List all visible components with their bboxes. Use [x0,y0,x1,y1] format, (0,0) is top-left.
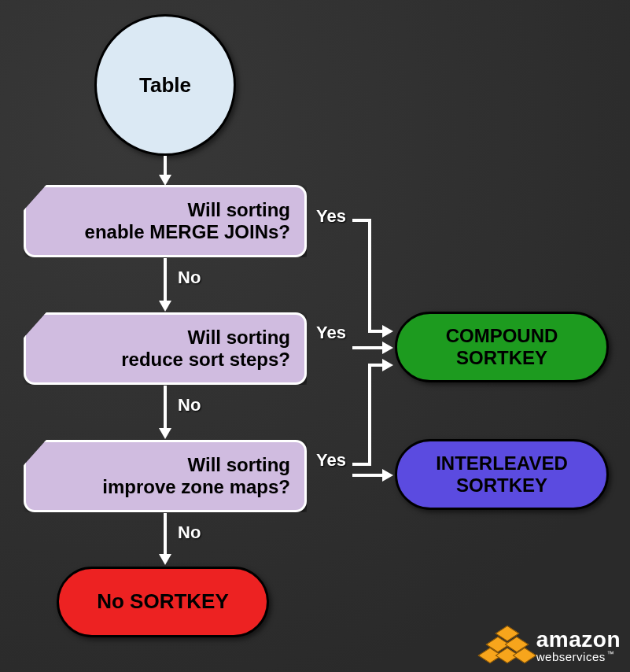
arrowhead-right-icon [382,469,393,482]
arrowhead-down-icon [159,301,171,312]
arrow [352,346,384,349]
arrow [368,330,384,333]
aws-logo-text: amazon webservices™ [536,629,621,663]
decision-text: Will sorting reduce sort steps? [121,327,290,370]
arrowhead-right-icon [382,342,393,354]
edge-label-yes: Yes [316,323,346,343]
arrow [164,386,167,430]
arrow [164,258,167,302]
arrow [368,364,371,466]
arrowhead-down-icon [159,554,171,565]
arrowhead-down-icon [159,175,171,186]
arrowhead-right-icon [382,325,393,338]
outcome-compound-sortkey: COMPOUND SORTKEY [395,312,609,382]
arrow [164,513,167,556]
decision-reduce-sort-steps: Will sorting reduce sort steps? [24,312,307,385]
aws-cubes-icon [484,625,530,666]
edge-label-yes: Yes [316,206,346,227]
arrow [352,474,384,477]
aws-logo: amazon webservices™ [484,625,621,666]
outcome-no-sortkey: No SORTKEY [57,567,269,637]
decision-text: Will sorting improve zone maps? [102,454,290,497]
flowchart-canvas: Table Will sorting enable MERGE JOINs? Y… [0,0,630,672]
arrow [368,364,384,367]
outcome-text: COMPOUND SORTKEY [446,325,558,368]
decision-merge-joins: Will sorting enable MERGE JOINs? [24,185,307,257]
arrowhead-right-icon [382,359,393,371]
start-label: Table [139,73,191,98]
decision-text: Will sorting enable MERGE JOINs? [85,199,290,242]
edge-label-no: No [178,395,201,415]
arrowhead-down-icon [159,428,171,439]
edge-label-no: No [178,268,201,288]
outcome-text: INTERLEAVED SORTKEY [436,452,568,496]
start-node-table: Table [94,14,236,156]
arrow [368,219,371,333]
outcome-text: No SORTKEY [97,590,229,614]
outcome-interleaved-sortkey: INTERLEAVED SORTKEY [395,439,609,510]
edge-label-no: No [178,522,201,543]
arrow [164,156,167,176]
edge-label-yes: Yes [316,450,346,471]
decision-improve-zone-maps: Will sorting improve zone maps? [24,440,307,512]
